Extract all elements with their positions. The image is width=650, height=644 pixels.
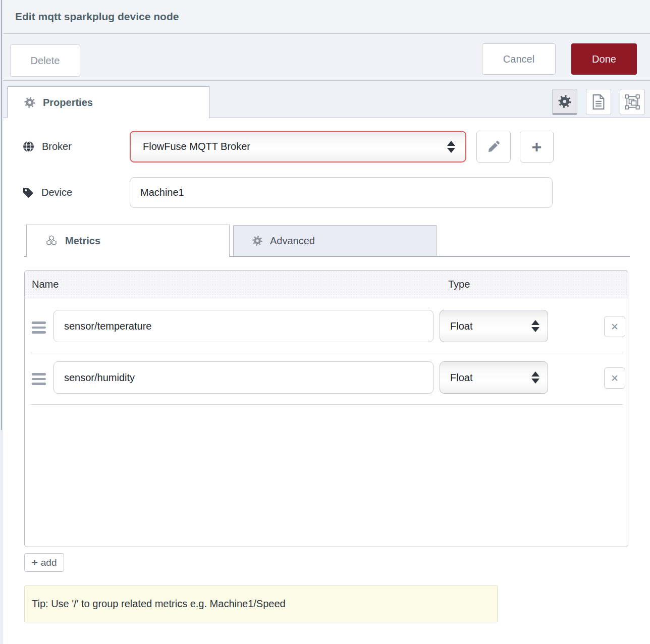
remove-metric-button[interactable]: ✕ [604,316,625,337]
appearance-tab-button[interactable] [620,89,645,115]
tab-properties-label: Properties [43,97,93,109]
metric-row: Float ✕ [25,302,628,353]
pencil-icon [487,140,500,153]
broker-field-label: Broker [22,131,72,163]
description-tab-button[interactable] [586,89,611,115]
plus-icon: + [32,557,38,568]
globe-icon [22,140,35,153]
close-icon: ✕ [611,372,619,384]
tab-metrics[interactable]: Metrics [26,225,230,257]
gear-icon [252,235,263,246]
add-metric-button[interactable]: + add [24,553,64,572]
cubes-icon [45,235,58,247]
delete-button-label: Delete [31,55,60,67]
select-stepper-icon [531,371,539,384]
device-name-input[interactable] [130,177,553,208]
tab-properties[interactable]: Properties [7,86,209,118]
cancel-button-label: Cancel [503,53,534,65]
tag-icon [22,187,34,199]
column-header-name: Name [32,271,59,298]
group-selection-icon [625,94,640,110]
editor-edge-divider [1,0,2,430]
add-metric-button-label: add [41,557,57,568]
column-header-type: Type [448,271,470,298]
broker-selected-option: FlowFuse MQTT Broker [143,141,447,152]
plus-icon: + [532,138,542,155]
done-button-label: Done [592,53,616,65]
done-button[interactable]: Done [571,43,637,75]
select-stepper-icon [531,320,539,332]
edit-node-dialog: Edit mqtt sparkplug device node Delete C… [0,0,650,644]
document-icon [592,94,605,110]
device-field-label: Device [22,177,72,208]
tip-box: Tip: Use '/' to group related metrics e.… [24,585,498,622]
row-divider [31,353,623,353]
metric-type-value: Float [450,372,531,384]
delete-button[interactable]: Delete [10,44,80,77]
drag-handle-icon[interactable] [32,319,47,336]
tab-advanced[interactable]: Advanced [233,225,437,256]
select-stepper-icon [447,141,455,153]
close-icon: ✕ [611,321,619,333]
drag-handle-icon[interactable] [32,370,47,388]
broker-select[interactable]: FlowFuse MQTT Broker [130,131,466,163]
metrics-table: Name Type Float ✕ Float ✕ [24,270,628,547]
tab-metrics-label: Metrics [65,235,100,247]
tip-text: Tip: Use '/' to group related metrics e.… [32,598,286,610]
broker-label-text: Broker [42,141,72,152]
properties-tab-button[interactable] [552,89,577,115]
row-divider [31,404,623,405]
dialog-title: Edit mqtt sparkplug device node [15,0,179,33]
device-label-text: Device [41,187,72,198]
metric-type-value: Float [450,320,531,332]
gear-icon [558,94,572,109]
cancel-button[interactable]: Cancel [482,43,556,75]
metric-name-input[interactable] [53,361,434,394]
metric-type-select[interactable]: Float [440,361,548,394]
metric-row: Float ✕ [25,354,628,404]
remove-metric-button[interactable]: ✕ [604,367,625,389]
tab-advanced-label: Advanced [270,235,315,247]
metric-name-input[interactable] [53,310,434,342]
gear-icon [24,96,36,109]
edit-broker-button[interactable] [476,131,511,163]
metrics-table-header: Name Type [25,271,628,298]
metric-type-select[interactable]: Float [440,310,548,342]
add-broker-button[interactable]: + [520,131,554,163]
